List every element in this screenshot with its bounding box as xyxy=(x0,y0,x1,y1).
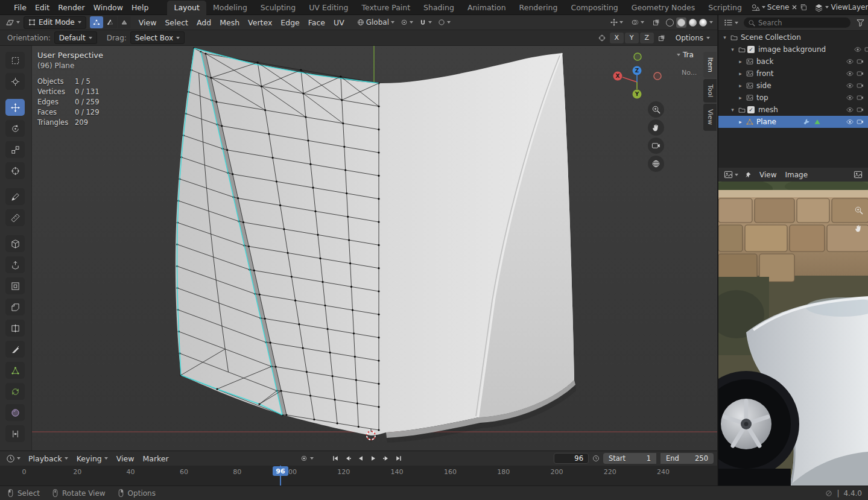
disclosure-triangle[interactable]: ▸ xyxy=(737,71,744,77)
edge-select-button[interactable] xyxy=(104,16,117,28)
disable-in-renders-icon[interactable] xyxy=(855,94,865,101)
gizmo-axis-y-neg[interactable] xyxy=(634,53,641,60)
tool-options-dropdown[interactable]: Options xyxy=(676,34,710,42)
menu-item[interactable]: Select xyxy=(160,17,192,28)
menu-item[interactable]: Help xyxy=(127,2,153,13)
menu-item[interactable]: Edge xyxy=(276,17,303,28)
disclosure-triangle[interactable]: ▾ xyxy=(729,46,737,52)
jump-to-end-button[interactable] xyxy=(393,453,404,464)
workspace-tab[interactable]: Shading xyxy=(417,1,461,15)
tool-button[interactable] xyxy=(5,299,25,315)
tool-button[interactable] xyxy=(5,256,25,273)
tool-button[interactable] xyxy=(5,320,25,337)
use-preview-range-icon[interactable] xyxy=(592,455,600,462)
sidebar-tab[interactable]: Tool xyxy=(703,79,717,103)
tool-button[interactable] xyxy=(5,141,25,158)
workspace-tab[interactable]: Rendering xyxy=(513,1,565,15)
snap-overlap-icon[interactable] xyxy=(656,33,668,43)
image-editor-content[interactable] xyxy=(718,182,868,486)
timeline-menu-item[interactable]: Playback xyxy=(24,453,72,464)
jump-to-start-button[interactable] xyxy=(329,453,341,464)
tool-button[interactable] xyxy=(5,341,25,358)
viewlayer-selector[interactable]: ViewLayer xyxy=(812,3,868,12)
axis-toggle[interactable]: Z xyxy=(640,33,654,43)
disclosure-triangle[interactable]: ▸ xyxy=(737,119,744,125)
timeline-ruler[interactable]: 020406080100120140160180200220240 96 xyxy=(0,466,717,486)
sidebar-tab[interactable]: View xyxy=(703,104,717,130)
tool-button[interactable] xyxy=(5,209,25,226)
hide-in-viewport-icon[interactable] xyxy=(844,106,855,113)
hide-in-viewport-icon[interactable] xyxy=(844,58,855,65)
camera-view-button[interactable] xyxy=(648,138,664,154)
face-select-button[interactable] xyxy=(118,16,131,28)
pivot-point-dropdown[interactable] xyxy=(398,17,416,27)
menu-item[interactable]: View xyxy=(755,169,781,180)
workspace-tab[interactable]: Modeling xyxy=(206,1,254,15)
row-label[interactable]: back xyxy=(756,57,774,66)
hide-in-viewport-icon[interactable] xyxy=(852,46,863,53)
disable-in-renders-icon[interactable] xyxy=(855,118,865,125)
image-editor-type-dropdown[interactable] xyxy=(721,169,741,180)
viewport-3d[interactable]: User Perspective (96) Plane Objects 1 / … xyxy=(0,46,717,451)
tool-button[interactable] xyxy=(5,362,25,379)
tool-button[interactable] xyxy=(5,52,25,69)
auto-key-record-icon[interactable] xyxy=(300,455,308,462)
orientation-setting-dropdown[interactable]: Default xyxy=(54,31,97,44)
timeline-menu-item[interactable]: Keying xyxy=(72,453,112,464)
show-gizmos-dropdown[interactable] xyxy=(608,17,626,27)
sidebar-tab[interactable]: Item xyxy=(703,52,717,78)
perspective-toggle-button[interactable] xyxy=(648,156,664,172)
outliner-row[interactable]: ▾ Scene Collection xyxy=(718,31,868,43)
drag-setting-dropdown[interactable]: Select Box xyxy=(130,31,185,44)
outliner-row[interactable]: ▾ ✓ mesh xyxy=(718,104,868,116)
hide-in-viewport-icon[interactable] xyxy=(844,118,855,125)
disable-in-renders-icon[interactable] xyxy=(863,46,868,53)
image-zoom-icon[interactable] xyxy=(854,206,863,217)
mode-dropdown[interactable]: Edit Mode xyxy=(24,16,86,29)
solid-shading-button[interactable] xyxy=(676,17,686,28)
axis-toggle[interactable]: Y xyxy=(625,33,639,43)
row-checkbox[interactable]: ✓ xyxy=(747,46,755,53)
modifier-icon[interactable] xyxy=(803,118,810,125)
workspace-tab[interactable]: Geometry Nodes xyxy=(625,1,702,15)
disable-in-renders-icon[interactable] xyxy=(855,70,865,77)
overlays-dropdown[interactable] xyxy=(629,17,647,27)
disclosure-triangle[interactable]: ▾ xyxy=(721,34,729,40)
outliner-row[interactable]: ▸ front xyxy=(718,68,868,80)
outliner-row[interactable]: ▾ ✓ image background xyxy=(718,43,868,55)
hide-in-viewport-icon[interactable] xyxy=(844,94,855,101)
workspace-tab[interactable]: UV Editing xyxy=(302,1,355,15)
menu-item[interactable]: Add xyxy=(192,17,215,28)
next-keyframe-button[interactable] xyxy=(380,453,391,464)
play-reverse-button[interactable] xyxy=(355,453,366,464)
tool-button[interactable] xyxy=(5,235,25,252)
scene-selector[interactable]: Scene xyxy=(749,3,810,12)
disable-in-renders-icon[interactable] xyxy=(855,106,865,113)
hide-in-viewport-icon[interactable] xyxy=(844,82,855,89)
proportional-editing-toggle[interactable] xyxy=(436,17,453,27)
row-checkbox[interactable]: ✓ xyxy=(747,106,755,113)
workspace-tab[interactable]: Animation xyxy=(461,1,513,15)
tool-button[interactable] xyxy=(5,120,25,137)
image-datablock-icon[interactable] xyxy=(851,169,865,180)
disclosure-triangle[interactable]: ▸ xyxy=(737,59,744,65)
new-scene-icon[interactable] xyxy=(800,4,807,11)
search-input[interactable] xyxy=(758,19,846,27)
row-label[interactable]: Plane xyxy=(756,118,776,126)
sidebar-transform-panel-header[interactable]: Tra xyxy=(677,51,694,59)
workspace-tab[interactable]: Scripting xyxy=(702,1,749,15)
workspace-tab[interactable]: Sculpting xyxy=(254,1,302,15)
hide-in-viewport-icon[interactable] xyxy=(844,70,855,77)
menu-item[interactable]: Image xyxy=(781,169,812,180)
rendered-shading-button[interactable] xyxy=(699,19,707,27)
timeline-menu-item[interactable]: View xyxy=(112,453,139,464)
tool-button[interactable] xyxy=(5,99,25,116)
end-frame-field[interactable]: End250 xyxy=(661,453,714,464)
disclosure-triangle[interactable]: ▸ xyxy=(737,95,744,101)
vertex-select-button[interactable] xyxy=(90,16,103,28)
menu-item[interactable]: Edit xyxy=(31,2,54,13)
row-label[interactable]: top xyxy=(756,93,768,102)
workspace-tab[interactable]: Compositing xyxy=(564,1,624,15)
disable-in-renders-icon[interactable] xyxy=(855,82,865,89)
menu-item[interactable]: File xyxy=(10,2,31,13)
